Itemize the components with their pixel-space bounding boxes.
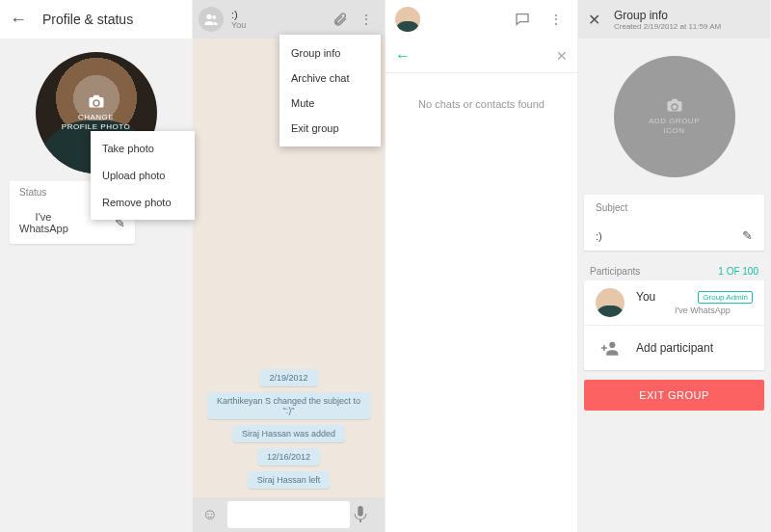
chat-options-menu: Group info Archive chat Mute Exit group — [279, 35, 381, 146]
group-info-title: Group info — [614, 9, 721, 22]
svg-point-0 — [206, 14, 211, 19]
chat-header: :) You ⋮ — [193, 0, 385, 39]
search-bar: ← ✕ — [386, 39, 577, 73]
chat-title-block[interactable]: :) You — [231, 9, 327, 30]
menu-remove-photo[interactable]: Remove photo — [91, 189, 195, 216]
system-bubble: 12/16/2012 — [257, 448, 320, 466]
profile-avatar-overlay-text: CHANGEPROFILE PHOTO — [62, 113, 130, 131]
add-person-icon — [596, 333, 625, 362]
group-icon-text: ADD GROUPICON — [649, 117, 700, 135]
profile-header: ← Profile & status — [0, 0, 192, 39]
subject-value: :) — [596, 230, 602, 242]
participants-count: 1 OF 100 — [718, 266, 758, 277]
participant-name: You — [636, 290, 655, 304]
my-avatar[interactable] — [395, 7, 420, 32]
attach-icon[interactable] — [327, 12, 354, 27]
participant-status: I've WhatsApp — [675, 306, 753, 315]
pane-group-chat: :) You ⋮ Group info Archive chat Mute Ex… — [193, 0, 386, 532]
menu-take-photo[interactable]: Take photo — [91, 135, 195, 162]
system-bubble: Siraj Hassan was added — [232, 425, 345, 442]
group-icon-container: ADD GROUPICON — [578, 39, 770, 195]
system-bubble: Karthikeyan S changed the subject to ":)… — [207, 392, 371, 419]
more-icon[interactable]: ⋮ — [354, 12, 379, 27]
group-info-body: ADD GROUPICON Subject :) ✎ Participants … — [578, 39, 770, 532]
pane-profile-status: ← Profile & status CHANGEPROFILE PHOTO T… — [0, 0, 193, 532]
participant-avatar — [596, 288, 625, 317]
chat-subtitle: You — [231, 20, 327, 30]
add-participant-label: Add participant — [636, 341, 713, 355]
more-icon[interactable]: ⋮ — [545, 12, 568, 27]
pane-search: ⋮ ← ✕ No chats or contacts found — [386, 0, 578, 532]
chat-icon[interactable] — [510, 12, 535, 27]
menu-upload-photo[interactable]: Upload photo — [91, 162, 195, 189]
search-top-bar: ⋮ — [386, 0, 577, 39]
group-icon-placeholder[interactable]: ADD GROUPICON — [614, 56, 735, 177]
svg-point-1 — [212, 15, 216, 19]
group-info-subtitle: Created 2/19/2012 at 11:59 AM — [614, 22, 721, 31]
participant-row[interactable]: You Group Admin I've WhatsApp — [584, 280, 764, 326]
group-avatar-icon[interactable] — [199, 7, 224, 32]
system-bubble: 2/19/2012 — [259, 369, 317, 386]
participants-label: Participants — [590, 266, 640, 277]
back-arrow-icon[interactable]: ← — [10, 10, 27, 30]
search-input[interactable] — [420, 45, 556, 66]
participants-section: Participants 1 OF 100 You Group Admin I'… — [578, 258, 770, 370]
exit-group-button[interactable]: EXIT GROUP — [584, 380, 764, 411]
profile-body: CHANGEPROFILE PHOTO Take photo Upload ph… — [0, 39, 192, 532]
menu-exit-group[interactable]: Exit group — [279, 116, 381, 141]
emoji-icon[interactable]: ☺ — [197, 506, 224, 523]
add-participant-row[interactable]: Add participant — [584, 326, 764, 370]
group-info-header: ✕ Group info Created 2/19/2012 at 11:59 … — [578, 0, 770, 39]
photo-options-menu: Take photo Upload photo Remove photo — [91, 131, 195, 220]
chat-input-bar: ☺ — [193, 497, 385, 532]
svg-point-3 — [609, 342, 615, 348]
clear-search-icon[interactable]: ✕ — [556, 48, 568, 64]
subject-label: Subject — [596, 202, 753, 213]
close-icon[interactable]: ✕ — [588, 11, 600, 29]
status-value: I've WhatsApp — [19, 211, 67, 234]
system-bubble: Siraj Hassan left — [248, 471, 331, 489]
camera-icon — [666, 98, 683, 113]
message-input[interactable] — [227, 501, 350, 528]
chat-title: :) — [231, 9, 327, 20]
svg-rect-2 — [358, 506, 362, 517]
pane-group-info: ✕ Group info Created 2/19/2012 at 11:59 … — [578, 0, 771, 532]
menu-mute[interactable]: Mute — [279, 91, 381, 116]
admin-badge: Group Admin — [698, 291, 753, 304]
empty-state-text: No chats or contacts found — [386, 98, 577, 110]
mic-icon[interactable] — [354, 506, 381, 523]
search-back-icon[interactable]: ← — [395, 47, 411, 65]
menu-group-info[interactable]: Group info — [279, 40, 381, 66]
menu-archive-chat[interactable]: Archive chat — [279, 66, 381, 91]
profile-title: Profile & status — [42, 12, 133, 27]
subject-card: Subject :) ✎ — [584, 195, 764, 251]
edit-subject-icon[interactable]: ✎ — [742, 228, 753, 243]
camera-icon — [88, 94, 105, 109]
group-info-title-block: Group info Created 2/19/2012 at 11:59 AM — [614, 9, 721, 31]
